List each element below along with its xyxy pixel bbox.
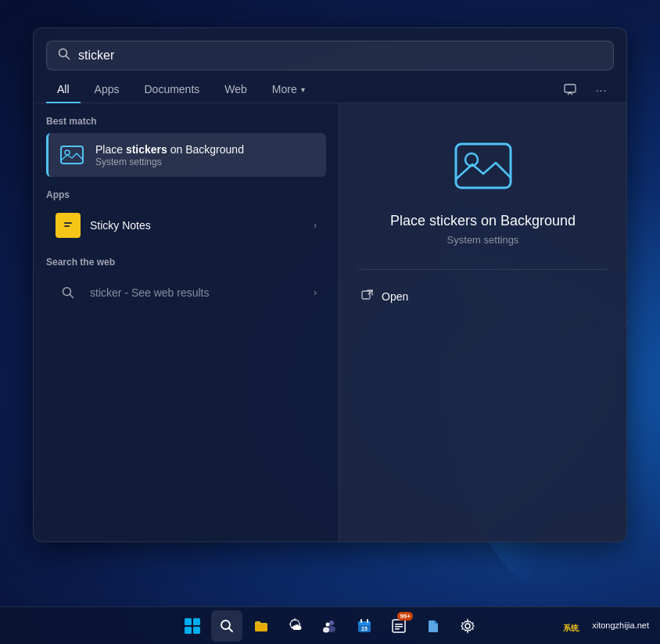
search-bar[interactable]: sticker	[46, 41, 614, 70]
svg-point-20	[329, 621, 334, 625]
preview-icon	[452, 135, 515, 197]
notifications-button[interactable]: 99+	[383, 610, 414, 642]
svg-rect-14	[185, 618, 192, 625]
file-explorer-button[interactable]	[246, 610, 277, 642]
search-right-panel: Place stickers on Background System sett…	[339, 103, 626, 541]
preview-divider	[358, 269, 608, 270]
best-match-icon	[58, 141, 86, 169]
open-icon	[361, 289, 374, 304]
sticky-icon-graphic	[56, 213, 81, 238]
svg-rect-17	[193, 627, 200, 634]
time-display: xitongzhijia.net	[592, 620, 649, 631]
svg-rect-30	[395, 624, 403, 625]
web-section: Search the web sticker - See web results…	[46, 257, 326, 311]
web-search-text: sticker - See web results	[90, 286, 304, 299]
svg-line-9	[70, 295, 74, 298]
teams-button[interactable]	[314, 610, 346, 642]
taskbar-center: 🌤 15	[177, 610, 483, 642]
tab-web[interactable]: Web	[213, 77, 258, 103]
best-match-title: Place stickers on Background	[95, 142, 317, 157]
best-match-text: Place stickers on Background System sett…	[95, 142, 317, 167]
svg-point-23	[323, 627, 329, 632]
sticky-notes-name: Sticky Notes	[90, 219, 304, 232]
sticky-notes-item[interactable]: Sticky Notes ›	[46, 207, 326, 244]
tab-more[interactable]: More ▾	[261, 77, 316, 103]
svg-line-1	[66, 56, 70, 59]
web-search-item[interactable]: sticker - See web results ›	[46, 274, 326, 311]
svg-rect-15	[193, 618, 200, 625]
calendar-button[interactable]: 15	[349, 610, 380, 642]
tab-apps[interactable]: Apps	[84, 77, 131, 103]
svg-rect-12	[362, 291, 370, 299]
svg-rect-32	[395, 628, 400, 630]
tab-actions: ···	[558, 77, 614, 103]
apps-label: Apps	[46, 189, 326, 200]
more-options-button[interactable]: ···	[589, 77, 614, 103]
svg-rect-26	[360, 619, 362, 623]
search-input[interactable]: sticker	[78, 49, 602, 63]
best-match-label: Best match	[46, 116, 326, 127]
taskbar-search-button[interactable]	[211, 610, 242, 642]
svg-rect-3	[61, 146, 83, 164]
taskbar: 🌤 15	[0, 606, 660, 644]
svg-point-4	[65, 150, 70, 155]
preview-subtitle: System settings	[447, 234, 519, 246]
taskbar-right: 系统之家 xitongzhijia.net	[558, 613, 660, 639]
app-arrow-icon: ›	[314, 220, 317, 231]
start-button[interactable]	[177, 610, 208, 642]
svg-point-22	[326, 622, 330, 626]
best-match-item[interactable]: Place stickers on Background System sett…	[46, 133, 326, 177]
feedback-button[interactable]	[558, 77, 583, 103]
sticky-notes-icon	[56, 213, 81, 238]
tray-icon-1[interactable]: 系统之家	[558, 613, 583, 639]
svg-rect-25	[358, 621, 371, 625]
web-search-icon	[56, 280, 81, 305]
svg-line-19	[229, 628, 233, 631]
open-label: Open	[382, 290, 408, 303]
clock[interactable]: xitongzhijia.net	[587, 617, 654, 635]
best-match-subtitle: System settings	[95, 157, 317, 167]
svg-rect-31	[395, 626, 403, 628]
svg-rect-10	[456, 144, 511, 188]
svg-text:系统之家: 系统之家	[563, 624, 579, 632]
web-label: Search the web	[46, 257, 326, 268]
search-popup: sticker All Apps Documents Web More ▾ ··…	[33, 27, 627, 542]
apps-section: Apps Sticky Notes ›	[46, 189, 326, 244]
open-action[interactable]: Open	[358, 282, 608, 311]
chevron-down-icon: ▾	[301, 85, 305, 94]
settings-button[interactable]	[452, 610, 483, 642]
notification-badge: 99+	[397, 612, 413, 621]
files-button[interactable]	[418, 610, 449, 642]
search-tabs: All Apps Documents Web More ▾ ···	[34, 77, 626, 103]
tab-documents[interactable]: Documents	[133, 77, 210, 103]
search-left-panel: Best match Place stickers on Background …	[34, 103, 339, 541]
svg-rect-16	[185, 627, 192, 634]
web-arrow-icon: ›	[314, 287, 317, 298]
preview-title: Place stickers on Background	[390, 213, 576, 229]
tab-all[interactable]: All	[46, 77, 81, 103]
svg-point-33	[465, 624, 470, 628]
svg-rect-2	[565, 85, 576, 92]
svg-rect-7	[64, 225, 70, 227]
search-icon	[58, 48, 70, 63]
svg-text:15: 15	[361, 626, 368, 631]
svg-rect-27	[367, 619, 368, 623]
search-content: Best match Place stickers on Background …	[34, 103, 626, 541]
weather-button[interactable]: 🌤	[280, 610, 311, 642]
svg-rect-6	[64, 222, 72, 224]
